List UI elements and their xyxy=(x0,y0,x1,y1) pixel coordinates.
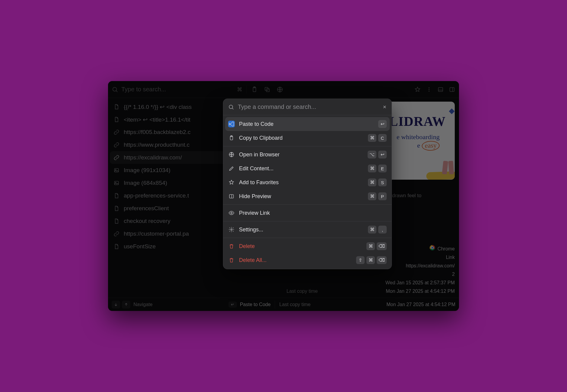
shortcut-hint: ⌘E xyxy=(368,165,387,172)
keycap: , xyxy=(378,226,387,234)
keycap: ⌘ xyxy=(368,134,376,142)
palette-item-label: Open in Browser xyxy=(239,152,363,158)
command-palette: ✕ Paste to Code↩Copy to Clipboard⌘COpen … xyxy=(223,99,392,269)
palette-item[interactable]: Paste to Code↩ xyxy=(225,117,390,131)
palette-item[interactable]: Hide Preview⌘P xyxy=(225,189,390,203)
palette-item-label: Add to Favorites xyxy=(239,179,364,186)
keycap: ⌘ xyxy=(368,226,376,234)
vscode-icon xyxy=(228,121,235,127)
palette-item[interactable]: Delete All...⇧⌘⌫ xyxy=(225,253,390,267)
palette-item-label: Copy to Clipboard xyxy=(239,135,364,141)
palette-item[interactable]: Edit Content...⌘E xyxy=(225,162,390,175)
svg-line-21 xyxy=(232,108,234,109)
svg-point-20 xyxy=(229,105,233,109)
shortcut-hint: ⌘P xyxy=(368,192,387,200)
shortcut-hint: ⇧⌘⌫ xyxy=(356,256,387,264)
shortcut-hint: ⌘⌫ xyxy=(366,242,387,250)
shortcut-hint: ⌥↩ xyxy=(368,151,387,158)
keycap: ⌘ xyxy=(368,165,376,172)
keycap: ⌫ xyxy=(377,256,387,264)
keycap: ⌘ xyxy=(366,242,375,250)
palette-item-label: Paste to Code xyxy=(239,121,374,127)
keycap: ↩ xyxy=(378,120,387,128)
shortcut-hint: ⌘C xyxy=(368,134,387,142)
palette-search: ✕ xyxy=(223,99,392,115)
keycap: ↩ xyxy=(378,151,387,158)
palette-item[interactable]: Open in Browser⌥↩ xyxy=(225,148,390,162)
keycap: E xyxy=(378,165,387,172)
svg-rect-25 xyxy=(229,194,233,198)
svg-point-28 xyxy=(231,229,232,230)
palette-item[interactable]: Copy to Clipboard⌘C xyxy=(225,131,390,145)
app-window: Type to search... ⌘ {{/* 1.16.0 */}} ↩ <… xyxy=(108,81,459,311)
palette-item-label: Delete All... xyxy=(239,257,352,263)
search-icon xyxy=(228,104,234,110)
keycap: ⌘ xyxy=(366,256,375,264)
keycap: ⌘ xyxy=(368,192,376,200)
palette-item-label: Hide Preview xyxy=(239,193,364,200)
keycap: ⌥ xyxy=(368,151,376,158)
keycap: S xyxy=(378,178,387,186)
keycap: ⇧ xyxy=(356,256,365,264)
palette-items: Paste to Code↩Copy to Clipboard⌘COpen in… xyxy=(223,115,392,269)
keycap: P xyxy=(378,192,387,200)
keycap: ⌘ xyxy=(368,178,376,186)
palette-item-label: Edit Content... xyxy=(239,165,364,172)
palette-search-input[interactable] xyxy=(238,103,379,110)
palette-item[interactable]: Add to Favorites⌘S xyxy=(225,175,390,189)
palette-item-label: Preview Link xyxy=(239,210,382,216)
keycap: ⌫ xyxy=(377,242,387,250)
close-icon[interactable]: ✕ xyxy=(383,104,387,110)
keycap: C xyxy=(378,134,387,142)
shortcut-hint: ⌘S xyxy=(368,178,387,186)
palette-item-label: Delete xyxy=(239,243,362,250)
palette-item[interactable]: Delete⌘⌫ xyxy=(225,239,390,253)
palette-item[interactable]: Preview Link xyxy=(225,206,390,220)
shortcut-hint: ⌘, xyxy=(368,226,387,234)
palette-item[interactable]: Settings...⌘, xyxy=(225,223,390,237)
svg-point-27 xyxy=(231,212,232,214)
palette-item-label: Settings... xyxy=(239,227,364,233)
shortcut-hint: ↩ xyxy=(378,120,387,128)
